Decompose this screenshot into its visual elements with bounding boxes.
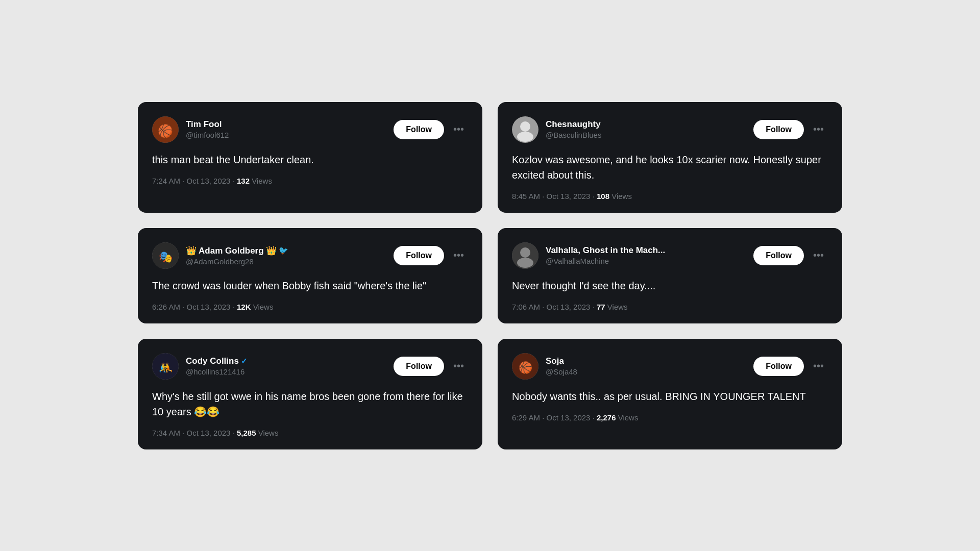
more-options-button[interactable]: ••• bbox=[449, 121, 468, 137]
tweet-date: Oct 13, 2023 bbox=[547, 192, 591, 201]
more-options-button[interactable]: ••• bbox=[449, 247, 468, 263]
tweet-meta: 8:45 AM · Oct 13, 2023 · 108 Views bbox=[512, 192, 828, 201]
tweet-actions: Follow ••• bbox=[394, 246, 468, 265]
separator2: · bbox=[233, 303, 237, 311]
tweet-header: 🏀 Soja @Soja48 Follow ••• bbox=[512, 353, 828, 380]
more-options-button[interactable]: ••• bbox=[809, 247, 828, 263]
tweet-actions: Follow ••• bbox=[753, 246, 828, 265]
user-info-group: Valhalla, Ghost in the Mach... @Valhalla… bbox=[512, 242, 665, 269]
avatar: 🏀 bbox=[152, 116, 179, 143]
tweet-actions: Follow ••• bbox=[394, 357, 468, 376]
tweet-text: The crowd was louder when Bobby fish sai… bbox=[152, 278, 468, 293]
display-name: Chesnaughty bbox=[546, 119, 601, 130]
tweet-actions: Follow ••• bbox=[394, 120, 468, 139]
more-options-button[interactable]: ••• bbox=[809, 358, 828, 374]
display-name: 👑 Adam Goldberg 👑🐦 bbox=[186, 245, 288, 256]
separator: · bbox=[542, 413, 546, 422]
user-info-group: 🎭 👑 Adam Goldberg 👑🐦 @AdamGoldberg28 bbox=[152, 242, 288, 269]
views-label: Views bbox=[253, 303, 274, 311]
handle: @BasculinBlues bbox=[546, 131, 601, 139]
handle: @hcollins121416 bbox=[186, 367, 248, 376]
separator: · bbox=[542, 303, 546, 311]
tweet-time: 7:34 AM bbox=[152, 429, 180, 437]
follow-button[interactable]: Follow bbox=[753, 246, 804, 265]
svg-text:🎭: 🎭 bbox=[159, 249, 173, 263]
tweet-date: Oct 13, 2023 bbox=[547, 413, 591, 422]
display-name: Soja bbox=[546, 356, 577, 366]
tweet-header: 🤼 Cody Collins✓ @hcollins121416 Follow •… bbox=[152, 353, 468, 380]
tweet-time: 6:29 AM bbox=[512, 413, 540, 422]
handle: @ValhallaMachine bbox=[546, 257, 665, 265]
tweet-header: Chesnaughty @BasculinBlues Follow ••• bbox=[512, 116, 828, 143]
follow-button[interactable]: Follow bbox=[394, 120, 444, 139]
separator: · bbox=[542, 192, 546, 201]
svg-text:🏀: 🏀 bbox=[158, 123, 173, 138]
tweet-time: 8:45 AM bbox=[512, 192, 540, 201]
twitter-icon: 🐦 bbox=[279, 246, 288, 255]
user-details: Soja @Soja48 bbox=[546, 356, 577, 376]
tweet-card-tim-fool: 🏀 Tim Fool @timfool612 Follow ••• this m… bbox=[138, 102, 482, 213]
views-count: 77 bbox=[597, 303, 605, 311]
avatar: 🤼 bbox=[152, 353, 179, 380]
avatar: 🎭 bbox=[152, 242, 179, 269]
more-options-button[interactable]: ••• bbox=[449, 358, 468, 374]
avatar bbox=[512, 242, 538, 269]
tweet-header: 🎭 👑 Adam Goldberg 👑🐦 @AdamGoldberg28 Fol… bbox=[152, 242, 468, 269]
tweet-date: Oct 13, 2023 bbox=[187, 177, 231, 185]
user-info-group: 🏀 Soja @Soja48 bbox=[512, 353, 577, 380]
separator2: · bbox=[233, 177, 237, 185]
svg-point-8 bbox=[520, 247, 530, 258]
user-info-group: Chesnaughty @BasculinBlues bbox=[512, 116, 601, 143]
tweet-time: 6:26 AM bbox=[152, 303, 180, 311]
tweet-card-cody-collins: 🤼 Cody Collins✓ @hcollins121416 Follow •… bbox=[138, 339, 482, 449]
handle: @Soja48 bbox=[546, 367, 577, 376]
tweet-text: Nobody wants this.. as per usual. BRING … bbox=[512, 389, 828, 404]
views-label: Views bbox=[607, 303, 628, 311]
views-label: Views bbox=[618, 413, 639, 422]
avatar bbox=[512, 116, 538, 143]
follow-button[interactable]: Follow bbox=[753, 357, 804, 376]
tweets-grid: 🏀 Tim Fool @timfool612 Follow ••• this m… bbox=[107, 71, 873, 480]
separator2: · bbox=[593, 303, 597, 311]
tweet-date: Oct 13, 2023 bbox=[187, 303, 231, 311]
follow-button[interactable]: Follow bbox=[394, 357, 444, 376]
user-info-group: 🤼 Cody Collins✓ @hcollins121416 bbox=[152, 353, 248, 380]
separator: · bbox=[182, 429, 186, 437]
views-label: Views bbox=[258, 429, 279, 437]
tweet-actions: Follow ••• bbox=[753, 120, 828, 139]
tweet-text: Why's he still got wwe in his name bros … bbox=[152, 389, 468, 419]
views-count: 5,285 bbox=[237, 429, 256, 437]
follow-button[interactable]: Follow bbox=[394, 246, 444, 265]
tweet-meta: 7:06 AM · Oct 13, 2023 · 77 Views bbox=[512, 303, 828, 311]
tweet-card-valhalla: Valhalla, Ghost in the Mach... @Valhalla… bbox=[498, 228, 842, 323]
views-count: 12K bbox=[237, 303, 251, 311]
user-details: Tim Fool @timfool612 bbox=[186, 119, 229, 139]
tweet-meta: 7:24 AM · Oct 13, 2023 · 132 Views bbox=[152, 177, 468, 185]
tweet-meta: 7:34 AM · Oct 13, 2023 · 5,285 Views bbox=[152, 429, 468, 437]
tweet-header: Valhalla, Ghost in the Mach... @Valhalla… bbox=[512, 242, 828, 269]
tweet-date: Oct 13, 2023 bbox=[547, 303, 591, 311]
display-name: Tim Fool bbox=[186, 119, 229, 130]
tweet-card-chesnaughty: Chesnaughty @BasculinBlues Follow ••• Ko… bbox=[498, 102, 842, 213]
tweet-card-soja: 🏀 Soja @Soja48 Follow ••• Nobody wants t… bbox=[498, 339, 842, 449]
handle: @AdamGoldberg28 bbox=[186, 257, 288, 266]
tweet-date: Oct 13, 2023 bbox=[187, 429, 231, 437]
tweet-text: Never thought I'd see the day.... bbox=[512, 278, 828, 293]
user-details: Chesnaughty @BasculinBlues bbox=[546, 119, 601, 139]
views-label: Views bbox=[611, 192, 632, 201]
tweet-header: 🏀 Tim Fool @timfool612 Follow ••• bbox=[152, 116, 468, 143]
tweet-text: this man beat the Undertaker clean. bbox=[152, 152, 468, 167]
more-options-button[interactable]: ••• bbox=[809, 121, 828, 137]
views-count: 132 bbox=[237, 177, 250, 185]
user-details: 👑 Adam Goldberg 👑🐦 @AdamGoldberg28 bbox=[186, 245, 288, 266]
tweet-meta: 6:29 AM · Oct 13, 2023 · 2,276 Views bbox=[512, 413, 828, 422]
views-count: 2,276 bbox=[597, 413, 616, 422]
svg-point-3 bbox=[520, 121, 530, 132]
views-label: Views bbox=[252, 177, 272, 185]
svg-text:🏀: 🏀 bbox=[519, 360, 533, 374]
separator2: · bbox=[593, 192, 597, 201]
follow-button[interactable]: Follow bbox=[753, 120, 804, 139]
handle: @timfool612 bbox=[186, 131, 229, 139]
svg-point-9 bbox=[517, 258, 533, 268]
tweet-time: 7:24 AM bbox=[152, 177, 180, 185]
